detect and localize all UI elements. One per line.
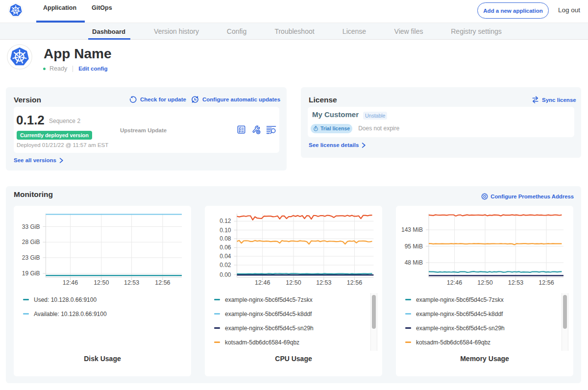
svg-text:12:46: 12:46: [63, 279, 78, 286]
svg-text:0.04: 0.04: [220, 253, 231, 260]
svg-text:0.02: 0.02: [220, 262, 231, 268]
svg-text:0.00: 0.00: [220, 271, 231, 278]
svg-text:0.10: 0.10: [220, 227, 231, 234]
svg-text:143 MiB: 143 MiB: [401, 226, 423, 233]
svg-text:0.08: 0.08: [220, 235, 231, 242]
svg-text:33 GiB: 33 GiB: [22, 223, 40, 230]
svg-text:48 MiB: 48 MiB: [405, 259, 423, 266]
svg-text:12:53: 12:53: [124, 279, 139, 286]
svg-text:0.06: 0.06: [220, 244, 231, 251]
svg-text:0.12: 0.12: [220, 218, 231, 224]
svg-text:12:50: 12:50: [477, 279, 492, 286]
svg-text:12:56: 12:56: [347, 279, 362, 286]
svg-text:12:53: 12:53: [508, 279, 523, 286]
svg-text:12:56: 12:56: [539, 279, 554, 286]
svg-text:19 GiB: 19 GiB: [22, 270, 40, 277]
svg-text:12:46: 12:46: [447, 279, 462, 286]
svg-text:12:53: 12:53: [316, 279, 331, 286]
svg-text:12:56: 12:56: [155, 279, 170, 286]
svg-text:12:46: 12:46: [255, 279, 270, 286]
svg-text:23 GiB: 23 GiB: [22, 254, 40, 261]
svg-text:28 GiB: 28 GiB: [22, 239, 40, 245]
svg-text:95 MiB: 95 MiB: [405, 243, 423, 250]
svg-text:12:50: 12:50: [94, 279, 109, 286]
svg-text:12:50: 12:50: [286, 279, 301, 286]
